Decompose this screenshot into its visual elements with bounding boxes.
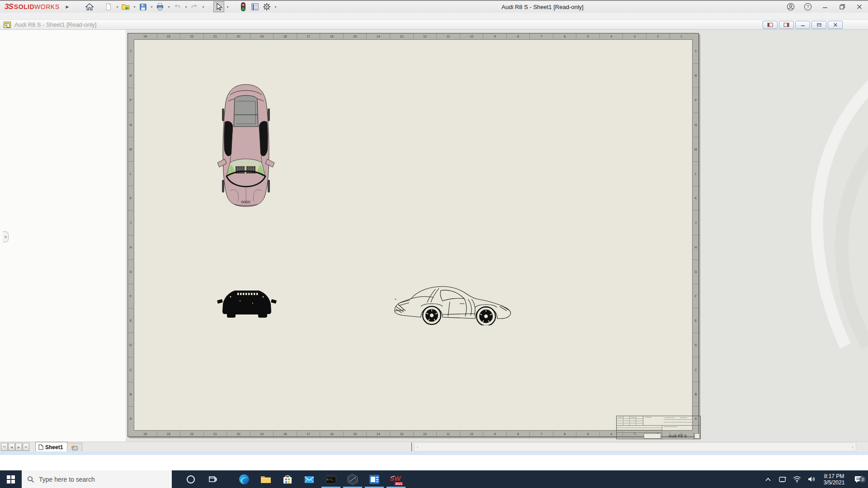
first-sheet-button[interactable]: ⏮ [1, 443, 8, 451]
taskbar-hexagon-app[interactable] [342, 470, 363, 488]
options-button[interactable] [261, 1, 272, 12]
logo-flyout-arrow-icon[interactable]: ▶ [66, 5, 69, 9]
cortana-button[interactable] [180, 470, 202, 488]
open-dropdown[interactable]: ▾ [132, 1, 137, 12]
zone-row-label: P [128, 88, 133, 113]
action-center-button[interactable]: 3 [851, 475, 866, 483]
zone-row-label: H [693, 235, 698, 260]
undo-dropdown[interactable]: ▾ [184, 1, 188, 12]
zone-column-label: 13 [390, 33, 414, 39]
doc-close-button[interactable] [828, 21, 843, 29]
zone-column-label: 22 [180, 431, 204, 436]
new-document-dropdown[interactable]: ▾ [115, 1, 119, 12]
tray-volume-button[interactable] [806, 476, 817, 483]
print-dropdown[interactable]: ▾ [166, 1, 171, 12]
zone-column-label: 7 [530, 431, 553, 436]
drawing-view-side[interactable] [392, 284, 521, 325]
previous-sheet-button[interactable]: ◀ [8, 443, 15, 451]
zone-column-label: 14 [367, 33, 390, 39]
select-tool-button[interactable] [213, 1, 224, 12]
taskbar-blue-window-app[interactable] [363, 470, 385, 488]
zone-column-label: 18 [274, 431, 297, 436]
new-document-button[interactable] [103, 1, 114, 12]
start-button[interactable] [0, 470, 22, 488]
document-title: Audi R8 S - Sheet1 [Read-only] [14, 21, 96, 28]
next-sheet-button[interactable]: ▶ [15, 443, 22, 451]
drawing-sheet[interactable]: 242322212019181716151413121110987654321 … [127, 33, 699, 437]
taskbar-solidworks[interactable]: SW 2021 [385, 470, 407, 488]
zone-column-label: 23 [157, 33, 181, 39]
taskbar-clock[interactable]: 8:17 PM 3/5/2021 [820, 473, 848, 486]
rebuild-traffic-light-button[interactable] [238, 1, 249, 12]
zone-row-label: J [693, 211, 698, 235]
undo-button[interactable] [172, 1, 183, 12]
taskbar-edge[interactable] [233, 470, 255, 488]
panel-flyout-handle[interactable] [3, 231, 9, 242]
taskbar-search-box[interactable]: Type here to search [22, 470, 172, 488]
close-button[interactable] [853, 1, 866, 12]
help-button[interactable]: ? [801, 1, 815, 12]
account-button[interactable] [784, 1, 797, 12]
zone-row-label: M [128, 137, 133, 162]
minimize-button[interactable] [818, 1, 832, 12]
sheet-tab-active[interactable]: Sheet1 [35, 442, 68, 452]
property-manager-button[interactable] [250, 1, 260, 12]
tray-tablet-button[interactable] [777, 476, 788, 483]
zone-row-label: N [693, 113, 698, 137]
doc-restore-button[interactable] [811, 21, 826, 29]
window-frame-bottom [0, 451, 868, 455]
zone-column-label: 20 [227, 33, 250, 39]
doc-pane-left-button[interactable] [763, 21, 778, 29]
zone-row-label: B [693, 382, 698, 407]
scroll-right-icon[interactable]: › [852, 444, 854, 450]
zone-column-label: 23 [157, 431, 181, 436]
taskbar-cmd[interactable]: C:\_ [320, 470, 342, 488]
sheet-tab-bar: ⏮ ◀ ▶ ⏭ Sheet1 ‹ › [0, 441, 868, 451]
save-dropdown[interactable]: ▾ [149, 1, 154, 12]
zone-column-label: 11 [437, 33, 460, 39]
zone-column-label: 6 [553, 431, 577, 436]
drawing-view-front[interactable] [217, 286, 277, 325]
taskbar-store[interactable] [277, 470, 298, 488]
sheet-field[interactable]: Audi R8 S [134, 39, 693, 431]
print-button[interactable] [155, 1, 165, 12]
tray-wifi-button[interactable] [791, 476, 803, 483]
speaker-icon [807, 476, 816, 483]
options-dropdown[interactable]: ▾ [273, 1, 278, 12]
graphics-area[interactable]: 242322212019181716151413121110987654321 … [0, 30, 868, 441]
doc-minimize-button[interactable] [795, 21, 810, 29]
document-title-bar: Audi R8 S - Sheet1 [Read-only] [0, 20, 868, 30]
zone-column-label: 8 [507, 431, 530, 436]
zone-row-label: G [128, 260, 133, 284]
save-button[interactable] [137, 1, 148, 12]
open-button[interactable] [120, 1, 131, 12]
home-button[interactable] [84, 1, 95, 12]
zone-column-label: 17 [297, 33, 321, 39]
app-window-title: Audi R8 S - Sheet1 [Read-only] [479, 4, 606, 10]
scroll-left-icon[interactable]: ‹ [417, 444, 419, 450]
taskbar-file-explorer[interactable] [255, 470, 277, 488]
help-icon: ? [803, 2, 812, 11]
horizontal-scrollbar[interactable]: ‹ › [414, 442, 856, 451]
last-sheet-button[interactable]: ⏭ [23, 443, 29, 451]
drawing-view-top[interactable] [217, 83, 275, 208]
redo-button[interactable] [189, 1, 200, 12]
tray-chevron-button[interactable] [762, 477, 774, 482]
redo-dropdown[interactable]: ▾ [201, 1, 205, 12]
solidworks-logo[interactable]: 3S SOLIDWORKS [5, 2, 59, 11]
pen-tablet-icon [778, 476, 787, 483]
restore-button[interactable] [835, 1, 849, 12]
doc-pane-right-button[interactable] [779, 21, 794, 29]
zone-column-label: 16 [320, 431, 344, 436]
add-sheet-tab[interactable] [67, 443, 82, 452]
select-cursor-icon [214, 2, 223, 11]
traffic-light-icon [241, 2, 246, 12]
task-view-button[interactable] [202, 470, 223, 488]
svg-text:C:\_: C:\_ [327, 478, 334, 481]
taskbar-mail[interactable] [298, 470, 320, 488]
save-icon [139, 3, 147, 11]
select-tool-dropdown[interactable]: ▾ [225, 1, 230, 12]
zone-column-label: 5 [576, 431, 600, 436]
zone-column-label: 9 [483, 431, 507, 436]
feature-manager-collapsed-panel [0, 30, 126, 441]
